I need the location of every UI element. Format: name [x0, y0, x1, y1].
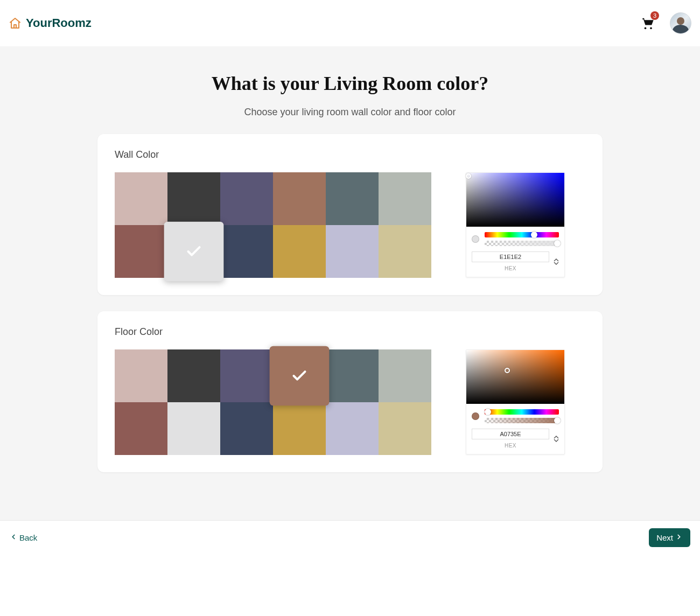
floor-format-toggle[interactable]	[554, 436, 559, 442]
brand[interactable]: YourRoomz	[9, 16, 92, 30]
floor-hex-label: HEX	[472, 443, 549, 449]
wall-swatch-5[interactable]	[379, 172, 431, 225]
floor-hex-input[interactable]	[472, 429, 549, 439]
floor-alpha-thumb[interactable]	[554, 417, 561, 424]
floor-swatch-3[interactable]	[270, 346, 330, 406]
wall-format-toggle[interactable]	[554, 258, 559, 265]
floor-swatch-9[interactable]	[273, 402, 326, 455]
wall-picker-sv[interactable]	[466, 173, 564, 227]
floor-swatch-4[interactable]	[326, 349, 379, 402]
floor-swatch-8[interactable]	[220, 402, 273, 455]
wall-swatch-9[interactable]	[273, 225, 326, 278]
wall-alpha-slider[interactable]	[485, 241, 559, 246]
wall-swatch-2[interactable]	[220, 172, 273, 225]
chevron-left-icon	[10, 533, 17, 542]
check-icon	[270, 346, 330, 406]
floor-swatch-11[interactable]	[379, 402, 431, 455]
floor-swatch-2[interactable]	[220, 349, 273, 402]
brand-name: YourRoomz	[26, 16, 92, 30]
cart-badge: 3	[650, 11, 659, 20]
footer-bar: Back Next	[0, 520, 700, 555]
wall-picker-preview	[472, 235, 479, 243]
floor-swatch-6[interactable]	[115, 402, 167, 455]
floor-swatch-grid	[115, 349, 431, 455]
app-header: YourRoomz 3	[0, 0, 700, 46]
wall-hex-input[interactable]	[472, 251, 549, 262]
floor-swatch-5[interactable]	[379, 349, 431, 402]
floor-color-title: Floor Color	[115, 326, 585, 338]
floor-swatch-0[interactable]	[115, 349, 167, 402]
wall-swatch-1[interactable]	[167, 172, 220, 225]
header-right: 3	[640, 12, 691, 34]
floor-picker-sv[interactable]	[466, 350, 564, 404]
floor-swatch-7[interactable]	[167, 402, 220, 455]
floor-swatch-1[interactable]	[167, 349, 220, 402]
cart-button[interactable]: 3	[640, 16, 655, 31]
wall-color-card: Wall Color	[97, 134, 603, 295]
page-subtitle: Choose your living room wall color and f…	[0, 107, 700, 118]
wall-swatch-11[interactable]	[379, 225, 431, 278]
main: What is your Living Room color? Choose y…	[0, 46, 700, 520]
wall-color-picker: HEX	[466, 172, 565, 277]
wall-swatch-10[interactable]	[326, 225, 379, 278]
wall-color-title: Wall Color	[115, 149, 585, 160]
wall-hex-label: HEX	[472, 265, 549, 271]
svg-point-1	[650, 27, 652, 29]
next-button[interactable]: Next	[649, 528, 690, 547]
next-label: Next	[656, 533, 673, 542]
floor-color-picker: HEX	[466, 349, 565, 454]
home-icon	[9, 17, 22, 30]
page-title: What is your Living Room color?	[0, 72, 700, 95]
wall-swatch-7[interactable]	[164, 222, 224, 282]
wall-hue-slider[interactable]	[485, 232, 559, 237]
wall-swatch-3[interactable]	[273, 172, 326, 225]
avatar[interactable]	[670, 12, 691, 34]
wall-alpha-thumb[interactable]	[554, 240, 561, 247]
floor-hue-slider[interactable]	[485, 409, 559, 415]
floor-alpha-slider[interactable]	[485, 418, 559, 423]
back-label: Back	[19, 533, 37, 542]
floor-color-card: Floor Color	[97, 311, 603, 472]
wall-swatch-0[interactable]	[115, 172, 167, 225]
back-button[interactable]: Back	[10, 533, 37, 542]
floor-picker-pointer[interactable]	[505, 368, 510, 373]
wall-picker-pointer[interactable]	[466, 173, 471, 179]
svg-point-0	[645, 27, 647, 29]
wall-swatch-8[interactable]	[220, 225, 273, 278]
wall-swatch-4[interactable]	[326, 172, 379, 225]
wall-hue-thumb[interactable]	[531, 232, 537, 238]
check-icon	[164, 222, 224, 282]
wall-swatch-6[interactable]	[115, 225, 167, 278]
floor-picker-preview	[472, 412, 479, 420]
floor-hue-thumb[interactable]	[485, 409, 491, 415]
floor-swatch-10[interactable]	[326, 402, 379, 455]
chevron-right-icon	[675, 533, 683, 542]
wall-swatch-grid	[115, 172, 431, 278]
